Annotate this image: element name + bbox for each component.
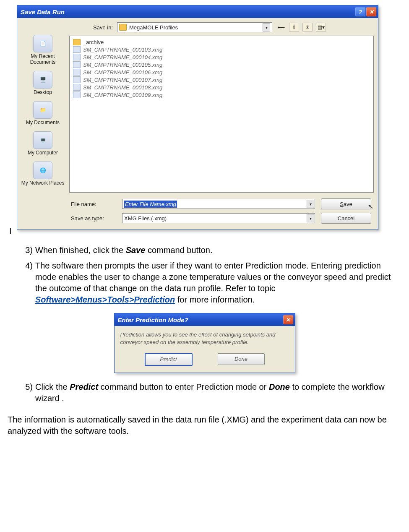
recent-documents-icon: 📄	[33, 35, 52, 52]
dialog-title: Save Data Run	[21, 8, 65, 16]
step-3: 3) When finished, click the Save command…	[21, 245, 400, 256]
bold-term: Predict	[70, 382, 98, 391]
closing-paragraph: The information is automatically saved i…	[8, 414, 401, 437]
list-item[interactable]: SM_CMPTRNAME_000107.xmg	[73, 76, 370, 83]
close-icon[interactable]: ✕	[283, 315, 293, 324]
views-icon[interactable]: ▤▾	[316, 23, 326, 32]
step-5: 5) Click the Predict command button to e…	[21, 381, 400, 404]
list-item[interactable]: _archive	[73, 39, 370, 46]
save-data-run-dialog: Save Data Run ? ✕ 📄 My Recent Documents …	[17, 5, 378, 230]
my-documents-icon: 📁	[33, 101, 52, 119]
list-item[interactable]: SM_CMPTRNAME_000106.xmg	[73, 68, 370, 76]
list-item[interactable]: SM_CMPTRNAME_000104.xmg	[73, 53, 370, 61]
folder-icon	[73, 39, 81, 45]
save-in-label: Save in:	[77, 24, 113, 31]
step-text: The software then prompts the user if th…	[35, 261, 391, 293]
instruction-list-cont: 5) Click the Predict command button to e…	[5, 381, 404, 404]
save-as-type-value: XMG Files (.xmg)	[124, 215, 167, 222]
file-icon	[73, 76, 81, 83]
dialog-titlebar[interactable]: Enter Prediction Mode? ✕	[115, 313, 295, 326]
save-button-rest: ave	[344, 201, 352, 207]
file-icon	[73, 91, 81, 98]
file-name: SM_CMPTRNAME_000103.xmg	[83, 47, 162, 53]
network-places-icon: 🌐	[33, 162, 52, 179]
place-network[interactable]: 🌐 My Network Places	[20, 160, 66, 189]
chevron-down-icon[interactable]: ▾	[263, 23, 270, 31]
places-bar: 📄 My Recent Documents 🖥️ Desktop 📁 My Do…	[20, 21, 66, 225]
list-item[interactable]: SM_CMPTRNAME_000108.xmg	[73, 83, 370, 91]
chevron-down-icon[interactable]: ▾	[307, 200, 314, 208]
cursor-icon: ↖	[367, 202, 374, 211]
bold-term: Save	[126, 245, 146, 255]
list-item[interactable]: SM_CMPTRNAME_000105.xmg	[73, 61, 370, 68]
file-name: _archive	[83, 39, 104, 45]
prediction-topic-link[interactable]: Software>Menus>Tools>Prediction	[35, 295, 175, 304]
save-in-value: MegaMOLE Profiles	[129, 24, 178, 31]
place-recent[interactable]: 📄 My Recent Documents	[20, 33, 66, 68]
dialog-titlebar[interactable]: Save Data Run ? ✕	[17, 5, 378, 18]
file-name-value: Enter File Name.xmg	[124, 201, 177, 208]
file-name: SM_CMPTRNAME_000105.xmg	[83, 62, 162, 68]
step-text: for more information.	[175, 295, 255, 304]
save-in-combo[interactable]: MegaMOLE Profiles ▾	[117, 22, 272, 32]
file-icon	[73, 69, 81, 76]
dialog-title: Enter Prediction Mode?	[118, 316, 188, 323]
back-icon[interactable]: ⟵	[276, 23, 286, 31]
desktop-icon: 🖥️	[33, 71, 52, 89]
enter-prediction-dialog: Enter Prediction Mode? ✕ Prediction allo…	[114, 313, 295, 373]
file-list[interactable]: _archive SM_CMPTRNAME_000103.xmg SM_CMPT…	[69, 36, 374, 193]
place-label: My Documents	[20, 120, 66, 125]
step-4: 4) The software then prompts the user if…	[21, 260, 400, 305]
place-label: My Recent Documents	[20, 53, 66, 65]
place-mydocs[interactable]: 📁 My Documents	[20, 99, 66, 129]
place-label: My Computer	[20, 150, 66, 156]
up-one-level-icon[interactable]: ⇧	[289, 23, 299, 32]
stray-char: I	[9, 227, 404, 236]
save-as-type-label: Save as type:	[69, 215, 116, 222]
bold-term: Done	[269, 382, 290, 391]
my-computer-icon: 💻	[33, 131, 52, 149]
step-text: command button.	[145, 245, 212, 255]
done-button[interactable]: Done	[218, 353, 265, 365]
step-text: command button to enter Prediction mode …	[98, 382, 269, 391]
file-icon	[73, 61, 81, 68]
help-icon[interactable]: ?	[355, 7, 365, 16]
list-item[interactable]: SM_CMPTRNAME_000103.xmg	[73, 46, 370, 53]
file-icon	[73, 46, 81, 53]
chevron-down-icon[interactable]: ▾	[307, 214, 314, 222]
file-icon	[73, 84, 81, 91]
file-name: SM_CMPTRNAME_000107.xmg	[83, 77, 162, 83]
close-icon[interactable]: ✕	[366, 7, 376, 16]
new-folder-icon[interactable]: ✳	[302, 23, 313, 32]
list-item[interactable]: SM_CMPTRNAME_000109.xmg	[73, 91, 370, 99]
prediction-dialog-body: Prediction allows you to see the effect …	[120, 331, 289, 346]
save-button[interactable]: Save ↖	[321, 198, 371, 209]
save-as-type-combo[interactable]: XMG Files (.xmg) ▾	[122, 213, 315, 223]
place-label: My Network Places	[20, 180, 66, 186]
file-name-input[interactable]: Enter File Name.xmg ▾	[122, 199, 315, 209]
predict-button[interactable]: Predict	[145, 353, 193, 366]
place-mycomputer[interactable]: 💻 My Computer	[20, 130, 66, 159]
step-text: Click the	[35, 382, 70, 391]
cancel-button[interactable]: Cancel	[321, 213, 371, 224]
file-name: SM_CMPTRNAME_000106.xmg	[83, 69, 162, 76]
place-desktop[interactable]: 🖥️ Desktop	[20, 69, 66, 99]
folder-icon	[119, 24, 127, 31]
nav-toolbar: ⟵ ⇧ ✳ ▤▾	[276, 23, 326, 32]
file-name-label: File name:	[69, 201, 116, 207]
file-name: SM_CMPTRNAME_000109.xmg	[83, 92, 162, 98]
file-name: SM_CMPTRNAME_000108.xmg	[83, 84, 162, 91]
instruction-list: 3) When finished, click the Save command…	[5, 245, 404, 305]
step-text: When finished, click the	[35, 245, 126, 255]
file-icon	[73, 54, 81, 60]
place-label: Desktop	[20, 89, 66, 95]
file-name: SM_CMPTRNAME_000104.xmg	[83, 54, 162, 60]
